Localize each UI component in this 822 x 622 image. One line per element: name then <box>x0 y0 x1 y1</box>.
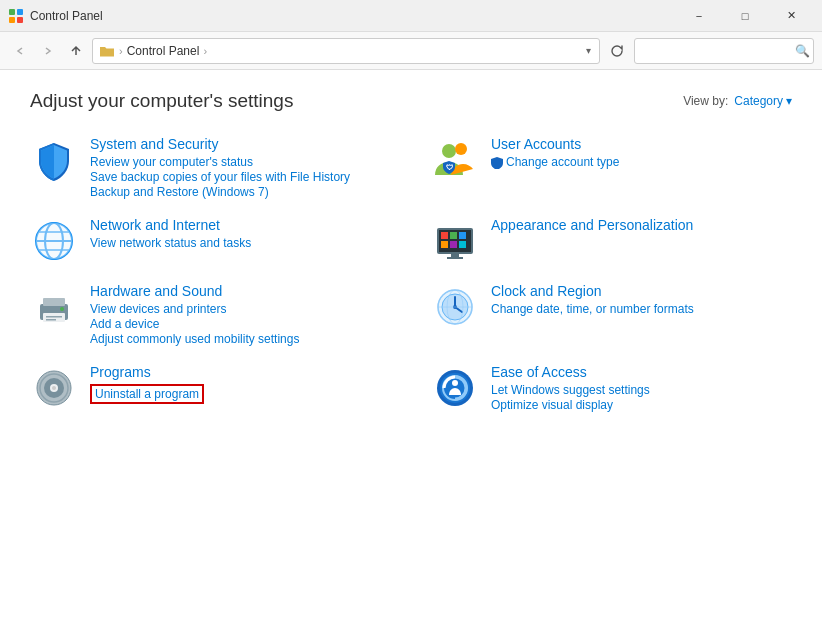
svg-rect-1 <box>17 9 23 15</box>
refresh-button[interactable] <box>604 38 630 64</box>
svg-rect-20 <box>459 241 466 248</box>
programs-link-1[interactable]: Uninstall a program <box>90 384 204 404</box>
network-internet-content: Network and Internet View network status… <box>90 217 251 250</box>
svg-point-41 <box>52 386 56 390</box>
hardware-sound-link-1[interactable]: View devices and printers <box>90 302 299 316</box>
system-security-title[interactable]: System and Security <box>90 136 350 152</box>
address-input[interactable]: › Control Panel › ▾ <box>92 38 600 64</box>
title-bar: Control Panel − □ ✕ <box>0 0 822 32</box>
clock-region-content: Clock and Region Change date, time, or n… <box>491 283 694 316</box>
search-input[interactable] <box>641 44 791 58</box>
system-security-content: System and Security Review your computer… <box>90 136 350 199</box>
categories-grid: System and Security Review your computer… <box>30 136 792 430</box>
app-icon <box>8 8 24 24</box>
system-security-link-2[interactable]: Save backup copies of your files with Fi… <box>90 170 350 184</box>
svg-rect-26 <box>46 316 62 318</box>
view-by-value[interactable]: Category ▾ <box>734 94 792 108</box>
breadcrumb-sep2: › <box>203 45 207 57</box>
page-title: Adjust your computer's settings <box>30 90 293 112</box>
svg-rect-2 <box>9 17 15 23</box>
search-icon: 🔍 <box>795 44 810 58</box>
close-button[interactable]: ✕ <box>768 0 814 32</box>
hardware-sound-link-3[interactable]: Adjust commonly used mobility settings <box>90 332 299 346</box>
user-accounts-icon: 🛡 <box>431 136 479 184</box>
hardware-sound-icon <box>30 283 78 331</box>
back-button[interactable] <box>8 39 32 63</box>
category-network-internet: Network and Internet View network status… <box>30 217 391 265</box>
system-security-link-1[interactable]: Review your computer's status <box>90 155 350 169</box>
search-container[interactable]: 🔍 <box>634 38 814 64</box>
folder-icon <box>99 43 115 59</box>
category-user-accounts: 🛡 User Accounts Change account type <box>431 136 792 199</box>
window-title: Control Panel <box>30 9 103 23</box>
svg-point-45 <box>452 380 458 386</box>
category-appearance: Appearance and Personalization <box>431 217 792 265</box>
ease-of-access-title[interactable]: Ease of Access <box>491 364 650 380</box>
svg-rect-17 <box>459 232 466 239</box>
programs-icon <box>30 364 78 412</box>
svg-rect-15 <box>441 232 448 239</box>
svg-rect-24 <box>43 298 65 306</box>
user-accounts-link-1[interactable]: Change account type <box>491 155 619 169</box>
hardware-sound-link-2[interactable]: Add a device <box>90 317 299 331</box>
appearance-content: Appearance and Personalization <box>491 217 693 236</box>
breadcrumb: › Control Panel › <box>99 43 580 59</box>
forward-button[interactable] <box>36 39 60 63</box>
svg-rect-21 <box>451 254 459 257</box>
address-bar: › Control Panel › ▾ 🔍 <box>0 32 822 70</box>
view-by: View by: Category ▾ <box>683 94 792 108</box>
appearance-icon <box>431 217 479 265</box>
clock-region-link-1[interactable]: Change date, time, or number formats <box>491 302 694 316</box>
breadcrumb-item: Control Panel <box>127 44 200 58</box>
svg-point-5 <box>455 143 467 155</box>
page-header: Adjust your computer's settings View by:… <box>30 90 792 112</box>
category-clock-region: Clock and Region Change date, time, or n… <box>431 283 792 346</box>
svg-rect-3 <box>17 17 23 23</box>
category-ease-of-access: Ease of Access Let Windows suggest setti… <box>431 364 792 412</box>
svg-point-4 <box>442 144 456 158</box>
main-content: Adjust your computer's settings View by:… <box>0 70 822 450</box>
category-hardware-sound: Hardware and Sound View devices and prin… <box>30 283 391 346</box>
svg-rect-27 <box>46 319 56 321</box>
hardware-sound-content: Hardware and Sound View devices and prin… <box>90 283 299 346</box>
ease-of-access-link-2[interactable]: Optimize visual display <box>491 398 650 412</box>
window-controls: − □ ✕ <box>676 0 814 32</box>
svg-rect-22 <box>447 257 463 259</box>
view-by-arrow: ▾ <box>786 94 792 108</box>
network-internet-title[interactable]: Network and Internet <box>90 217 251 233</box>
minimize-button[interactable]: − <box>676 0 722 32</box>
view-by-category: Category <box>734 94 783 108</box>
network-internet-icon <box>30 217 78 265</box>
clock-region-title[interactable]: Clock and Region <box>491 283 694 299</box>
category-programs: Programs Uninstall a program <box>30 364 391 412</box>
category-system-security: System and Security Review your computer… <box>30 136 391 199</box>
ease-of-access-icon <box>431 364 479 412</box>
hardware-sound-title[interactable]: Hardware and Sound <box>90 283 299 299</box>
programs-title[interactable]: Programs <box>90 364 204 380</box>
appearance-title[interactable]: Appearance and Personalization <box>491 217 693 233</box>
up-button[interactable] <box>64 39 88 63</box>
maximize-button[interactable]: □ <box>722 0 768 32</box>
svg-rect-16 <box>450 232 457 239</box>
system-security-link-3[interactable]: Backup and Restore (Windows 7) <box>90 185 350 199</box>
clock-region-icon <box>431 283 479 331</box>
user-accounts-title[interactable]: User Accounts <box>491 136 619 152</box>
address-dropdown-button[interactable]: ▾ <box>584 45 593 56</box>
svg-rect-19 <box>450 241 457 248</box>
user-accounts-content: User Accounts Change account type <box>491 136 619 169</box>
svg-point-12 <box>36 223 72 259</box>
programs-content: Programs Uninstall a program <box>90 364 204 404</box>
view-by-label: View by: <box>683 94 728 108</box>
svg-point-28 <box>60 307 64 311</box>
breadcrumb-sep: › <box>119 45 123 57</box>
title-bar-left: Control Panel <box>8 8 103 24</box>
network-internet-link-1[interactable]: View network status and tasks <box>90 236 251 250</box>
svg-text:🛡: 🛡 <box>446 164 453 171</box>
svg-rect-0 <box>9 9 15 15</box>
ease-of-access-content: Ease of Access Let Windows suggest setti… <box>491 364 650 412</box>
system-security-icon <box>30 136 78 184</box>
svg-rect-18 <box>441 241 448 248</box>
ease-of-access-link-1[interactable]: Let Windows suggest settings <box>491 383 650 397</box>
